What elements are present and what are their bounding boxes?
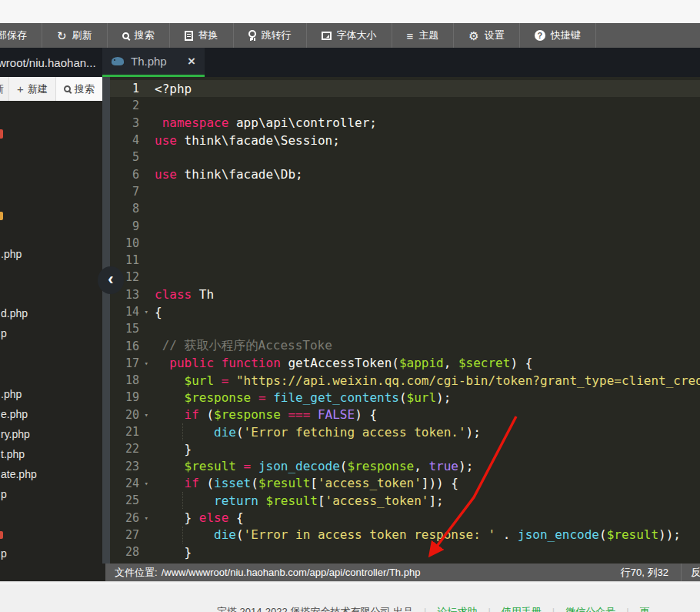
line-number: 2 — [110, 99, 151, 112]
code-line[interactable]: 2 — [110, 97, 700, 114]
code-line[interactable]: 11 — [110, 252, 700, 269]
code-line[interactable]: 5 — [110, 149, 700, 166]
code-line[interactable]: 13class Th — [110, 286, 700, 303]
token-p — [214, 356, 222, 370]
sidebar-scrollbar[interactable] — [102, 77, 110, 564]
fold-arrow-icon[interactable]: ▾ — [145, 360, 148, 367]
code-text: public function getAccessToken($appid, $… — [151, 356, 532, 370]
code-text: // 获取小程序的AccessToke — [151, 338, 332, 354]
code-line[interactable]: 27 die('Error in access token response: … — [110, 527, 700, 543]
token-c: true — [428, 459, 458, 473]
token-k: if — [185, 476, 199, 490]
toolbar-refresh-button[interactable]: ↻刷新 — [42, 23, 108, 48]
tab-th-php[interactable]: Th.php × — [102, 48, 205, 77]
indent-guide — [182, 423, 183, 440]
line-number: 19 — [110, 390, 151, 404]
code-line[interactable]: 21 die('Error fetching access token.'); — [110, 423, 700, 440]
file-tree-item[interactable]: .php — [1, 388, 22, 400]
php-elephant-icon — [112, 57, 124, 65]
sidebar-search-button[interactable]: 搜索 — [56, 77, 102, 101]
code-line[interactable]: 9 — [110, 217, 700, 234]
toolbar-theme-button[interactable]: ≡主题 — [392, 23, 455, 48]
file-icon-partial — [0, 531, 3, 539]
new-file-button[interactable]: + 新建 — [9, 77, 56, 101]
token-p: { — [155, 305, 162, 319]
code-line[interactable]: 12 — [110, 269, 700, 286]
code-line[interactable]: 20▾ if ($response === FALSE) { — [110, 406, 700, 423]
footer-link[interactable]: 微信公众号 — [565, 606, 615, 612]
token-o: = — [258, 390, 266, 405]
code-line[interactable]: 23 $result = json_decode($response, true… — [110, 458, 700, 475]
line-number: 10 — [110, 236, 151, 250]
fold-arrow-icon[interactable]: ▾ — [145, 480, 148, 487]
toolbar-font-size-button[interactable]: 字体大小 — [307, 23, 392, 48]
code-text: $response = file_get_contents($url); — [151, 390, 451, 405]
code-line[interactable]: 6use think\facade\Db; — [110, 166, 700, 182]
file-icon-partial — [0, 129, 3, 139]
file-tree-item[interactable]: .php — [1, 248, 22, 260]
file-icon-partial — [0, 212, 3, 220]
sidebar-search-label: 搜索 — [75, 82, 95, 96]
footer-link[interactable]: 论坛求助 — [437, 606, 477, 612]
code-text: die('Error fetching access token.'); — [151, 425, 481, 440]
file-tree-item[interactable]: t.php — [1, 448, 25, 460]
code-line[interactable]: 4use think\facade\Session; — [110, 132, 700, 149]
file-tree-item[interactable]: p — [1, 488, 7, 500]
code-line[interactable]: 10 — [110, 235, 700, 252]
tab-close-icon[interactable]: × — [188, 55, 195, 68]
footer-separator: | — [424, 606, 426, 612]
fold-arrow-icon[interactable]: ▾ — [145, 514, 148, 522]
token-p: )); — [658, 527, 681, 542]
file-tree-item[interactable]: d.php — [1, 307, 28, 319]
toolbar-search-button[interactable]: 搜索 — [108, 23, 170, 48]
sidebar-bottom-extension — [0, 564, 105, 581]
token-p: [ — [318, 493, 325, 508]
fold-arrow-icon[interactable]: ▾ — [145, 411, 148, 419]
file-tree-item[interactable]: ate.php — [1, 468, 37, 480]
code-line[interactable]: 22 } — [110, 440, 700, 457]
line-number: 3 — [110, 116, 151, 130]
sidebar-refresh-button-partial[interactable]: 新 — [0, 77, 9, 101]
file-tree-item[interactable]: p — [1, 327, 7, 339]
code-editor[interactable]: 1<?php23 namespace app\api\controller;4u… — [110, 77, 700, 564]
code-line[interactable]: 3 namespace app\api\controller; — [110, 115, 700, 132]
token-m: // 获取小程序的AccessToke — [162, 338, 332, 353]
feedback-link-partial[interactable]: 反 — [691, 566, 700, 580]
token-p: ( — [599, 527, 607, 542]
footer-link-partial[interactable]: 更 — [640, 606, 650, 612]
toolbar-shortcuts-button[interactable]: ?快捷键 — [520, 23, 596, 48]
file-tree-item[interactable]: p — [1, 547, 7, 560]
status-bar: 文件位置:/www/wwwroot/niu.haohanb.com/app/ap… — [105, 564, 700, 581]
code-line[interactable]: 28 } — [110, 543, 700, 560]
code-line[interactable]: 26▾ } else { — [110, 509, 700, 526]
file-tree-item[interactable]: ry.php — [1, 428, 30, 440]
token-p — [155, 476, 185, 490]
background-tab-path[interactable]: wroot/niu.haohan... — [0, 48, 96, 77]
code-line[interactable]: 17▾ public function getAccessToken($appi… — [110, 355, 700, 372]
token-p: . — [495, 527, 518, 542]
toolbar-save-button[interactable]: 部保存 — [0, 23, 42, 48]
line-number: 5 — [110, 150, 151, 164]
code-line[interactable]: 14▾{ — [110, 303, 700, 320]
code-text: return $result['access_token']; — [151, 493, 444, 508]
toolbar-settings-button[interactable]: ⚙设置 — [454, 23, 519, 48]
code-line[interactable]: 18 $url = "https://api.weixin.qq.com/cgi… — [110, 372, 700, 389]
code-line[interactable]: 16 // 获取小程序的AccessToke — [110, 337, 700, 354]
token-k: public — [169, 356, 214, 370]
code-line[interactable]: 19 $response = file_get_contents($url); — [110, 389, 700, 406]
code-line[interactable]: 7 — [110, 183, 700, 200]
code-line[interactable]: 8 — [110, 200, 700, 217]
code-line[interactable]: 15 — [110, 320, 700, 337]
sidebar-collapse-button[interactable]: ‹ — [98, 266, 124, 294]
footer-link[interactable]: 使用手册 — [502, 606, 542, 612]
token-k: namespace — [162, 115, 229, 130]
toolbar-goto-line-button[interactable]: 跳转行 — [234, 23, 307, 48]
token-p — [155, 459, 185, 473]
code-line[interactable]: 25 return $result['access_token']; — [110, 492, 700, 509]
toolbar-replace-button[interactable]: 替换 — [170, 23, 234, 48]
file-tree-item[interactable]: e.php — [1, 408, 28, 420]
fold-arrow-icon[interactable]: ▾ — [145, 308, 148, 316]
code-line[interactable]: 1<?php — [110, 80, 700, 97]
code-line[interactable]: 24▾ if (isset($result['access_token'])) … — [110, 475, 700, 492]
token-p — [155, 390, 185, 405]
